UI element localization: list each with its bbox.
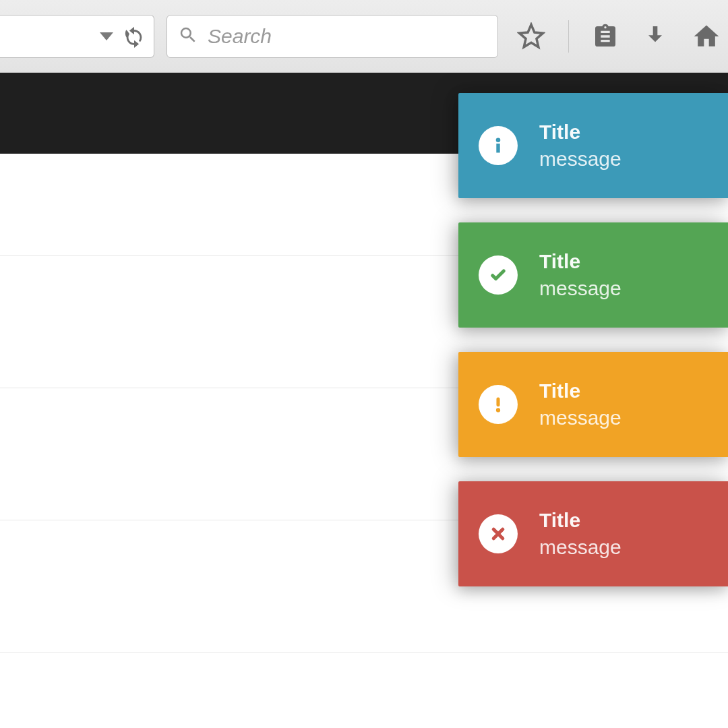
toast-success[interactable]: Title message [458, 222, 728, 328]
svg-point-6 [496, 408, 500, 412]
close-icon [479, 514, 518, 553]
browser-toolbar [0, 0, 728, 73]
svg-point-2 [496, 138, 501, 142]
reload-icon[interactable] [123, 25, 146, 48]
home-icon[interactable] [692, 22, 721, 51]
toast-title: Title [539, 250, 621, 273]
exclamation-icon [479, 385, 518, 424]
check-icon [479, 255, 518, 295]
toast-container: Title message Title message Title messag… [458, 93, 728, 586]
info-icon [479, 126, 518, 165]
toast-title: Title [539, 121, 621, 144]
search-input[interactable] [208, 25, 487, 48]
search-box[interactable] [166, 15, 498, 58]
toast-message: message [539, 406, 621, 429]
toast-title: Title [539, 380, 621, 402]
toast-warning[interactable]: Title message [458, 352, 728, 457]
download-icon[interactable] [642, 23, 669, 50]
toast-message: message [539, 277, 621, 300]
clipboard-icon[interactable] [592, 23, 619, 50]
bookmark-star-icon[interactable] [517, 22, 545, 51]
toast-message: message [539, 536, 621, 559]
toast-message: message [539, 148, 621, 171]
svg-rect-1 [496, 144, 499, 153]
search-icon [178, 25, 198, 48]
toast-title: Title [539, 509, 621, 532]
chevron-down-icon[interactable] [100, 32, 113, 40]
toast-info[interactable]: Title message [458, 93, 728, 198]
page-content: Title message Title message Title messag… [0, 73, 728, 728]
toolbar-divider [568, 20, 569, 53]
svg-rect-5 [496, 398, 499, 407]
address-bar[interactable] [0, 15, 154, 58]
toast-error[interactable]: Title message [458, 481, 728, 586]
toolbar-actions [517, 20, 721, 53]
